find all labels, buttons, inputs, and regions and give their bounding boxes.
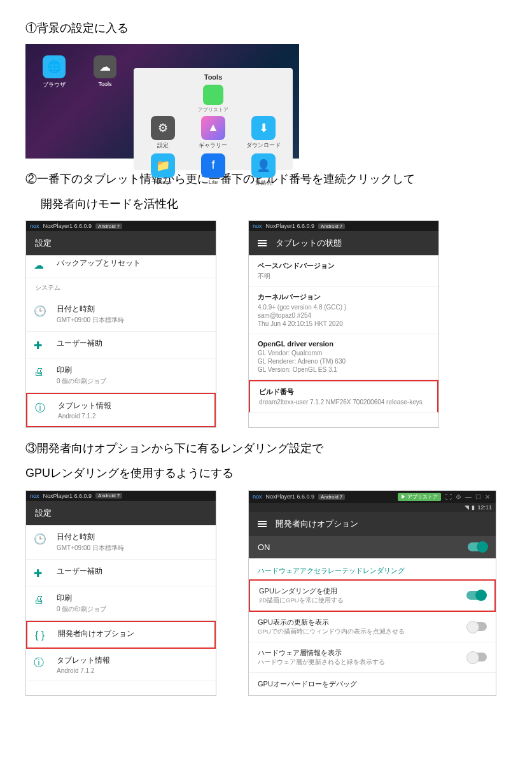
developer-options-item[interactable]: { } 開発者向けオプション <box>26 621 216 649</box>
contacts-label: 連絡先 <box>255 180 272 186</box>
battery-icon: ▮ <box>472 504 475 511</box>
menu-icon[interactable] <box>258 240 267 246</box>
appstore-label: アプリストア <box>198 107 228 113</box>
clock-text: 12:11 <box>477 504 492 511</box>
kernel-item[interactable]: カーネルバージョン 4.0.9+ (gcc version 4.8 (GCC) … <box>249 286 438 334</box>
datetime-item[interactable]: 🕒 日付と時刻GMT+09:00 日本標準時 <box>26 297 216 332</box>
clock-icon: 🕒 <box>34 532 48 545</box>
android-statusbar: ◥ ▮ 12:11 <box>249 503 496 512</box>
tablet-status-header: タブレットの状態 <box>249 231 438 255</box>
toggle-off-icon[interactable] <box>468 653 487 661</box>
gpu-overdraw-item[interactable]: GPUオーバードローをデバッグ <box>249 673 496 695</box>
appstore-button[interactable]: ▶ アプリストア <box>398 493 441 501</box>
menu-icon[interactable] <box>258 521 267 527</box>
gpu-rendering-item[interactable]: GPUレンダリングを使用2D描画にGPUを常に使用する <box>249 579 496 612</box>
toggle-on-icon[interactable] <box>468 542 487 551</box>
step-3-heading-b: GPUレンダリングを使用するようにする <box>25 464 507 483</box>
gpu-updates-item[interactable]: GPU表示の更新を表示GPUでの描画時にウィンドウ内の表示を点滅させる <box>249 612 496 642</box>
hw-render-section: ハードウェアアクセラレーテッドレンダリング <box>249 558 496 579</box>
browser-label: ブラウザ <box>43 81 66 88</box>
desktop-screenshot: 🌐 ブラウザ ☁ Tools Tools アプリストア ⚙設定 ▲ギャラリー ⬇… <box>25 44 299 159</box>
clock-icon: 🕒 <box>34 304 48 317</box>
tablet-status-screenshot: noxNoxPlayer1 6.6.0.9Android 7 タブレットの状態 … <box>248 220 439 428</box>
datetime-item[interactable]: 🕒 日付と時刻GMT+09:00 日本標準時 <box>26 525 216 560</box>
print-item[interactable]: 🖨 印刷0 個の印刷ジョブ <box>26 358 216 393</box>
developer-options-screenshot: noxNoxPlayer1 6.6.0.9Android 7 ▶ アプリストア … <box>248 490 496 696</box>
braces-icon: { } <box>35 628 49 641</box>
tablet-info-item[interactable]: ⓘ タブレット情報Android 7.1.2 <box>26 393 216 427</box>
toggle-on-icon[interactable] <box>466 591 486 600</box>
nox-titlebar-wide: noxNoxPlayer1 6.6.0.9Android 7 ▶ アプリストア … <box>249 491 496 503</box>
step-1-heading: ①背景の設定に入る <box>25 19 507 38</box>
settings-label: 設定 <box>157 142 169 148</box>
accessibility-item[interactable]: ✚ ユーザー補助 <box>26 560 216 586</box>
tools-folder-popup: Tools アプリストア ⚙設定 ▲ギャラリー ⬇ダウンロード 📁Amaze f… <box>134 68 293 170</box>
wifi-icon: ◥ <box>465 504 469 511</box>
info-icon: ⓘ <box>34 655 48 670</box>
window-buttons[interactable]: ⛶⚙—☐✕ <box>444 493 492 500</box>
accessibility-icon: ✚ <box>34 566 48 579</box>
baseband-item[interactable]: ベースバンドバージョン 不明 <box>249 255 438 286</box>
opengl-item[interactable]: OpenGL driver version GL Vendor: Qualcom… <box>249 334 438 380</box>
dev-options-header: 開発者向けオプション <box>249 512 496 536</box>
amaze-label: Amaze <box>154 179 172 185</box>
toggle-off-icon[interactable] <box>468 622 487 631</box>
tools-label: Tools <box>98 81 111 87</box>
nox-titlebar: noxNoxPlayer1 6.6.0.9Android 7 <box>249 221 438 231</box>
nox-titlebar: noxNoxPlayer1 6.6.0.9Android 7 <box>26 221 216 231</box>
settings-header: 設定 <box>26 501 216 525</box>
step-2-heading-b: 開発者向けモードを活性化 <box>25 195 507 213</box>
nox-titlebar: noxNoxPlayer1 6.6.0.9Android 7 <box>26 491 216 501</box>
print-icon: 🖨 <box>34 593 48 605</box>
backup-item[interactable]: ☁ バックアップとリセット <box>26 255 216 278</box>
settings-header: 設定 <box>26 231 216 255</box>
settings-screenshot-2: noxNoxPlayer1 6.6.0.9Android 7 設定 🕒 日付と時… <box>25 490 216 696</box>
system-section: システム <box>26 278 216 297</box>
build-number-item[interactable]: ビルド番号 dream2ltexx-user 7.1.2 NMF26X 7002… <box>249 380 438 413</box>
hw-layer-item[interactable]: ハードウェア層情報を表示ハードウェア層が更新されると緑を表示する <box>249 642 496 673</box>
download-label: ダウンロード <box>246 142 281 148</box>
settings-screenshot-1: noxNoxPlayer1 6.6.0.9Android 7 設定 ☁ バックア… <box>25 220 216 428</box>
lite-label: Lite <box>209 179 218 185</box>
print-item[interactable]: 🖨 印刷0 個の印刷ジョブ <box>26 586 216 621</box>
accessibility-item[interactable]: ✚ ユーザー補助 <box>26 332 216 358</box>
accessibility-icon: ✚ <box>34 338 48 351</box>
cloud-icon: ☁ <box>34 258 48 271</box>
dev-master-toggle[interactable]: ON <box>249 536 496 558</box>
print-icon: 🖨 <box>34 365 48 378</box>
info-icon: ⓘ <box>35 400 49 415</box>
tablet-info-item[interactable]: ⓘ タブレット情報Android 7.1.2 <box>26 649 216 681</box>
step-3-heading-a: ③開発者向けオプションから下に有るレンダリング設定で <box>25 439 507 458</box>
tools-popup-title: Tools <box>139 73 288 81</box>
gallery-label: ギャラリー <box>199 142 227 148</box>
